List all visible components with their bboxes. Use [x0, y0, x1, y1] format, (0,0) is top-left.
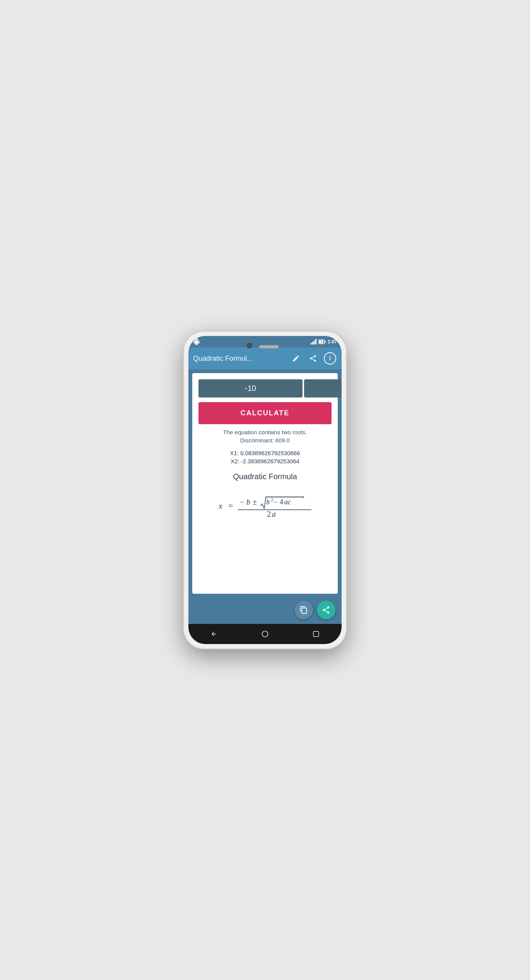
roots-text: The equation contains two roots. [198, 429, 332, 435]
back-icon [210, 630, 217, 637]
share-fab[interactable] [317, 601, 335, 619]
signal-icon [311, 339, 317, 344]
recent-button[interactable] [308, 626, 324, 642]
app-title: Quadratic Formul... [193, 355, 286, 363]
phone-speaker [259, 345, 279, 348]
svg-text:x: x [218, 501, 222, 511]
share-icon [309, 355, 317, 362]
copy-fab[interactable] [294, 601, 313, 619]
svg-text:a: a [272, 510, 276, 518]
svg-rect-2 [314, 341, 315, 344]
fab-area [188, 598, 342, 624]
quadratic-formula-svg: x = − b ± [215, 487, 315, 522]
svg-text:−: − [274, 498, 277, 506]
svg-text:−: − [240, 498, 244, 506]
svg-text:4: 4 [280, 498, 283, 506]
svg-rect-3 [315, 339, 316, 344]
calculate-button[interactable]: CALCULATE [198, 402, 332, 424]
home-button[interactable] [257, 626, 273, 642]
edit-button[interactable] [289, 351, 303, 365]
x2-result: X2: -2.3838962679253064 [198, 458, 332, 464]
svg-rect-0 [311, 343, 312, 344]
input-row [198, 379, 332, 397]
svg-text:=: = [228, 501, 233, 511]
recent-icon [313, 630, 320, 637]
info-icon: i [324, 352, 336, 365]
back-button[interactable] [206, 626, 222, 642]
android-icon [193, 338, 200, 345]
app-bar: Quadratic Formul... i [188, 348, 342, 369]
phone-camera [247, 343, 252, 348]
phone-screen: 1:07 Quadratic Formul... i [188, 336, 342, 644]
svg-text:±: ± [253, 498, 257, 506]
nav-bar [188, 624, 342, 644]
copy-icon [299, 606, 308, 614]
svg-rect-23 [313, 631, 319, 637]
share-button[interactable] [306, 351, 320, 365]
x1-result: X1: 0.08389626792530666 [198, 450, 332, 456]
status-right: 1:07 [311, 339, 337, 344]
svg-text:ac: ac [284, 498, 291, 506]
result-section: The equation contains two roots. Discrim… [198, 429, 332, 588]
svg-point-22 [262, 631, 268, 637]
svg-text:2: 2 [267, 510, 271, 518]
formula-title: Quadratic Formula [198, 472, 332, 481]
svg-rect-6 [325, 341, 326, 343]
time-display: 1:07 [328, 339, 337, 344]
coefficient-b-input[interactable] [304, 379, 342, 397]
svg-text:b: b [266, 498, 270, 506]
main-card: CALCULATE The equation contains two root… [192, 373, 338, 594]
info-button[interactable]: i [323, 351, 337, 365]
home-icon [261, 630, 269, 638]
svg-rect-1 [312, 342, 313, 344]
content-area: CALCULATE The equation contains two root… [188, 369, 342, 624]
svg-text:b: b [246, 498, 250, 506]
formula-display: x = − b ± [198, 487, 332, 522]
share-fab-icon [322, 606, 330, 614]
phone-device: 1:07 Quadratic Formul... i [184, 331, 346, 649]
discriminant-text: Discriminant: 609.0 [198, 437, 332, 444]
edit-icon [292, 355, 300, 362]
svg-text:2: 2 [271, 497, 273, 502]
battery-icon [318, 339, 326, 344]
coefficient-a-input[interactable] [198, 379, 303, 397]
status-left [193, 338, 200, 345]
